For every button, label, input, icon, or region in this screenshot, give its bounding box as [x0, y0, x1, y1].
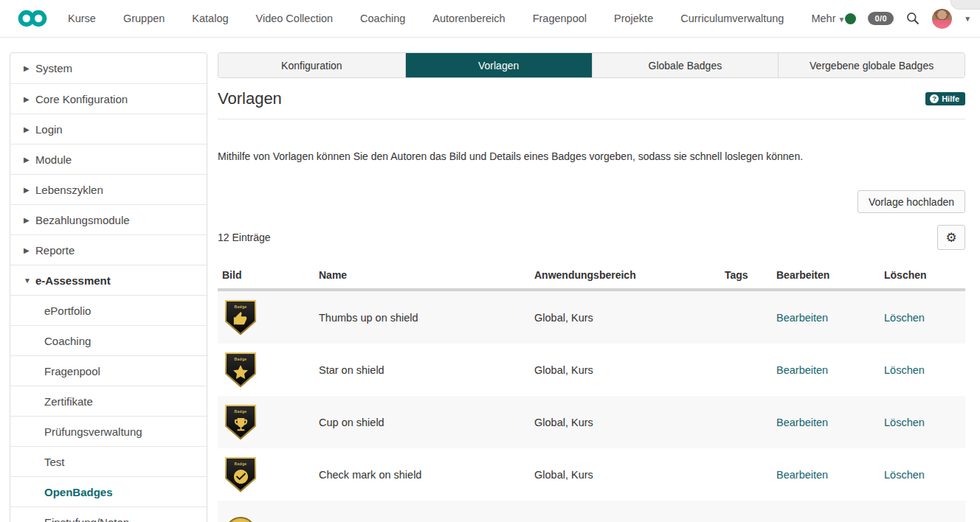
table-header-row: Bild Name Anwendungsbereich Tags Bearbei…	[218, 265, 965, 288]
edit-link[interactable]: Bearbeiten	[775, 364, 883, 376]
template-scope: Global, Kurs	[533, 312, 723, 324]
sidebar-item-label: Prüfungsverwaltung	[44, 425, 142, 438]
user-menu-chevron-down-icon[interactable]: ▼	[964, 15, 971, 23]
nav-item-gruppen[interactable]: Gruppen	[123, 13, 165, 24]
chevron-right-icon: ▶	[24, 64, 35, 72]
sidebar-item-module[interactable]: ▶Module	[10, 144, 207, 174]
sidebar-item-label: Module	[35, 153, 72, 166]
nav-item-curriculumverwaltung[interactable]: Curriculumverwaltung	[680, 13, 784, 24]
nav-item-autorenbereich[interactable]: Autorenbereich	[432, 13, 505, 24]
tab-vergebene-globale-badges[interactable]: Vergebene globale Badges	[778, 53, 965, 77]
chevron-right-icon: ▶	[24, 95, 35, 103]
nav-item-kurse[interactable]: Kurse	[68, 13, 96, 24]
sidebar-item-eportfolio[interactable]: ePortfolio	[10, 295, 207, 325]
template-name: Thumbs up on shield	[317, 312, 533, 324]
nav-item-fragenpool[interactable]: Fragenpool	[533, 13, 587, 24]
main-content: Konfiguration Vorlagen Globale Badges Ve…	[218, 52, 965, 522]
badge-check-mark-on-shield-icon: Badge	[225, 457, 256, 493]
page-title: Vorlagen	[218, 89, 282, 108]
sidebar-item-label: Fragenpool	[44, 365, 100, 377]
template-scope: Global, Kurs	[533, 364, 723, 376]
table-row: Badge Thumbs up on shield Global, Kurs B…	[218, 291, 965, 344]
template-name: Cup on shield	[317, 417, 533, 428]
delete-link[interactable]: Löschen	[883, 417, 962, 428]
top-navigation-bar: Kurse Gruppen Katalog Video Collection C…	[0, 0, 980, 38]
corner-panel	[950, 0, 980, 10]
edit-link[interactable]: Bearbeiten	[775, 312, 883, 324]
delete-link[interactable]: Löschen	[883, 469, 962, 481]
nav-item-video-collection[interactable]: Video Collection	[256, 13, 334, 24]
edit-link[interactable]: Bearbeiten	[775, 469, 883, 481]
sidebar-item-fragenpool[interactable]: Fragenpool	[10, 355, 207, 386]
column-header-name[interactable]: Name	[317, 269, 533, 281]
sidebar-item-label: Bezahlungsmodule	[35, 214, 130, 226]
main-nav: Kurse Gruppen Katalog Video Collection C…	[68, 13, 845, 24]
presence-status-icon	[845, 13, 856, 24]
sidebar-item-einstufung-noten[interactable]: Einstufung/Noten	[10, 507, 207, 522]
sidebar-item-openbadges[interactable]: OpenBadges	[10, 476, 207, 507]
template-scope: Global, Kurs	[533, 469, 723, 481]
chevron-down-icon: ▼	[838, 15, 845, 24]
chevron-right-icon: ▶	[24, 246, 35, 254]
help-button-label: Hilfe	[942, 94, 959, 103]
nav-item-mehr[interactable]: Mehr▼	[811, 13, 845, 24]
sidebar-item-label: Reporte	[35, 244, 75, 257]
nav-item-projekte[interactable]: Projekte	[614, 13, 653, 24]
chat-counter-badge[interactable]: 0/0	[868, 12, 894, 25]
column-header-tags[interactable]: Tags	[723, 269, 775, 281]
tab-konfiguration[interactable]: Konfiguration	[218, 53, 405, 77]
question-mark-icon: ?	[930, 94, 939, 103]
tab-globale-badges[interactable]: Globale Badges	[592, 53, 779, 77]
badge-cup-on-shield-icon: Badge	[225, 405, 256, 440]
column-header-loeschen[interactable]: Löschen	[883, 269, 962, 281]
tab-vorlagen[interactable]: Vorlagen	[405, 53, 592, 77]
sidebar-item-coaching[interactable]: Coaching	[10, 325, 207, 355]
sidebar-item-login[interactable]: ▶Login	[10, 114, 207, 144]
nav-item-coaching[interactable]: Coaching	[360, 13, 405, 24]
sidebar-item-label: Core Konfiguration	[35, 93, 128, 105]
sidebar-item-label: Lebenszyklen	[35, 184, 103, 196]
infinity-logo-icon	[18, 9, 47, 28]
sidebar-item-label: e-Assessment	[35, 274, 111, 287]
template-scope: Global, Kurs	[533, 417, 723, 428]
sidebar-item-bezahlungsmodule[interactable]: ▶Bezahlungsmodule	[10, 204, 207, 234]
chevron-right-icon: ▶	[24, 216, 35, 224]
column-header-bild[interactable]: Bild	[221, 269, 317, 281]
sidebar-item-test[interactable]: Test	[10, 446, 207, 476]
table-row: Badge Thumbs up on circle Global, Kurs B…	[218, 501, 965, 522]
sidebar-item-core-konfiguration[interactable]: ▶Core Konfiguration	[10, 83, 207, 114]
delete-link[interactable]: Löschen	[883, 312, 962, 324]
sidebar-item-zertifikate[interactable]: Zertifikate	[10, 386, 207, 416]
search-icon	[905, 11, 920, 26]
sidebar-item-e-assessment[interactable]: ▼e-Assessment	[10, 265, 207, 295]
sidebar-item-pruefungsverwaltung[interactable]: Prüfungsverwaltung	[10, 416, 207, 446]
delete-link[interactable]: Löschen	[883, 364, 962, 376]
nav-item-mehr-label: Mehr	[811, 13, 835, 24]
table-row: Badge Cup on shield Global, Kurs Bearbei…	[218, 396, 965, 448]
template-name: Check mark on shield	[317, 469, 533, 481]
column-header-bearbeiten[interactable]: Bearbeiten	[775, 269, 883, 281]
sidebar-item-system[interactable]: ▶System	[10, 53, 207, 83]
sidebar-item-reporte[interactable]: ▶Reporte	[10, 234, 207, 265]
chevron-down-icon: ▼	[24, 276, 35, 285]
gear-icon: ⚙	[945, 230, 956, 246]
badges-tab-bar: Konfiguration Vorlagen Globale Badges Ve…	[218, 52, 965, 78]
help-button[interactable]: ? Hilfe	[925, 92, 965, 105]
table-settings-button[interactable]: ⚙	[937, 225, 965, 250]
chevron-right-icon: ▶	[24, 186, 35, 194]
upload-template-button[interactable]: Vorlage hochladen	[858, 190, 965, 213]
sidebar-item-lebenszyklen[interactable]: ▶Lebenszyklen	[10, 174, 207, 204]
template-name: Star on shield	[317, 364, 533, 376]
edit-link[interactable]: Bearbeiten	[775, 417, 883, 428]
sidebar-item-label: Test	[44, 456, 65, 468]
badge-mini-label: Badge	[235, 357, 247, 361]
user-avatar[interactable]	[932, 9, 952, 29]
sidebar-item-label: ePortfolio	[44, 304, 91, 317]
badge-mini-label: Badge	[235, 409, 247, 414]
nav-item-katalog[interactable]: Katalog	[192, 13, 228, 24]
search-button[interactable]	[905, 11, 920, 26]
sidebar-item-label: OpenBadges	[44, 486, 113, 498]
column-header-anwendungsbereich[interactable]: Anwendungsbereich	[533, 269, 723, 281]
badge-star-on-shield-icon: Badge	[225, 352, 256, 388]
openolat-logo[interactable]	[18, 9, 47, 28]
